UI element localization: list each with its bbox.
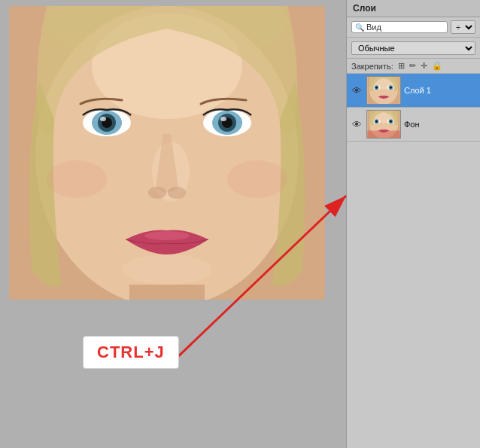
- svg-point-14: [220, 117, 226, 121]
- layers-mode-row: Обычные: [347, 38, 480, 59]
- svg-point-18: [47, 160, 107, 198]
- svg-point-32: [390, 87, 392, 89]
- layers-panel: Слои 🔍 Вид ÷ Обычные Закрепить: ⊞ ✏ ✛ 🔒 …: [346, 0, 480, 448]
- layer-visibility-layer1[interactable]: 👁: [350, 84, 363, 97]
- svg-point-38: [375, 120, 378, 123]
- layers-search-box: 🔍 Вид: [351, 21, 448, 33]
- layer-visibility-layer2[interactable]: 👁: [350, 117, 363, 131]
- layer-item-layer2[interactable]: 👁 Фон: [347, 108, 480, 142]
- photo-container: [9, 6, 325, 300]
- layers-mode-select[interactable]: Обычные: [351, 41, 475, 55]
- layer-name-layer1: Слой 1: [404, 86, 477, 95]
- lock-all-icon[interactable]: 🔒: [432, 61, 442, 71]
- search-icon: 🔍: [355, 23, 364, 32]
- svg-point-29: [375, 87, 378, 89]
- face-image: [9, 6, 325, 300]
- shortcut-text: CTRL+J: [97, 343, 165, 361]
- svg-point-20: [122, 254, 212, 285]
- layers-lock-label: Закрепить:: [351, 62, 393, 71]
- shortcut-label: CTRL+J: [83, 336, 179, 369]
- lock-position-icon[interactable]: ✛: [421, 61, 427, 71]
- layer-thumbnail-layer2: [366, 110, 401, 139]
- svg-point-17: [144, 231, 190, 240]
- svg-point-15: [148, 187, 166, 199]
- layers-search-select[interactable]: ÷: [451, 20, 475, 34]
- svg-point-16: [168, 187, 186, 199]
- layers-search-placeholder: Вид: [366, 23, 381, 32]
- layers-search-row: 🔍 Вид ÷: [347, 17, 480, 38]
- layer-name-layer2: Фон: [404, 120, 477, 129]
- layers-panel-title: Слои: [353, 3, 376, 14]
- svg-rect-21: [129, 285, 205, 300]
- lock-paint-icon[interactable]: ✏: [409, 61, 416, 71]
- svg-rect-42: [367, 131, 400, 138]
- svg-point-9: [100, 117, 106, 121]
- canvas-area: CTRL+J: [0, 0, 346, 448]
- svg-point-19: [227, 160, 287, 198]
- layers-lock-row: Закрепить: ⊞ ✏ ✛ 🔒: [347, 59, 480, 74]
- layer-thumbnail-layer1: [366, 76, 401, 105]
- svg-point-41: [390, 120, 392, 123]
- layers-panel-header: Слои: [347, 0, 480, 17]
- lock-transparency-icon[interactable]: ⊞: [398, 61, 405, 71]
- layer-item-layer1[interactable]: 👁 Слой 1: [347, 74, 480, 108]
